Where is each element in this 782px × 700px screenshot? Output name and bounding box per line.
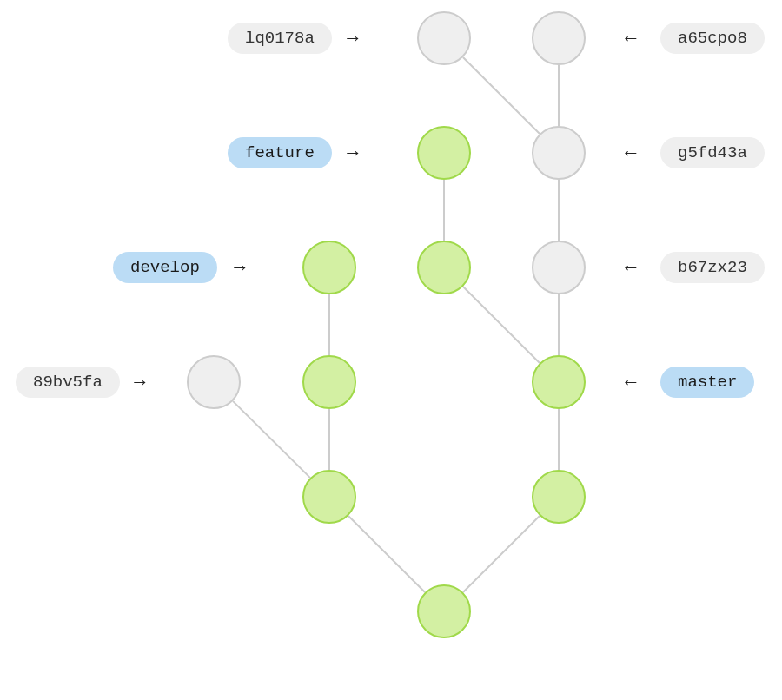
commit-label-g5fd43a: g5fd43a [660,137,765,168]
commit-label-lq0178a: lq0178a [228,23,332,54]
commit-node [532,241,586,294]
edge-line [463,287,540,363]
arrow-left-icon: ← [621,256,640,279]
edge-line [463,57,540,134]
branch-label-feature: feature [228,137,332,168]
commit-node [417,584,471,638]
arrow-left-icon: ← [621,27,640,50]
commit-label-a65cpo8: a65cpo8 [660,23,765,54]
commit-node [532,11,586,65]
commit-node [187,355,241,409]
arrow-right-icon: → [343,142,362,164]
arrow-right-icon: → [230,256,249,279]
git-diagram: lq0178a → ← a65cpo8 feature → ← g5fd43a … [0,0,782,700]
edge-line [233,401,310,478]
edge-line [463,516,540,592]
branch-label-master: master [660,367,754,398]
commit-node [302,355,356,409]
commit-node [417,126,471,180]
commit-node [302,241,356,294]
commit-node [417,11,471,65]
arrow-left-icon: ← [621,371,640,393]
branch-label-develop: develop [113,252,217,283]
commit-node [532,355,586,409]
arrow-right-icon: → [343,27,362,50]
edges-layer [0,0,782,700]
commit-node [302,470,356,524]
edge-line [348,516,425,592]
commit-label-b67zx23: b67zx23 [660,252,765,283]
commit-label-89bv5fa: 89bv5fa [16,367,120,398]
arrow-right-icon: → [130,371,149,393]
commit-node [417,241,471,294]
arrow-left-icon: ← [621,142,640,164]
commit-node [532,470,586,524]
commit-node [532,126,586,180]
